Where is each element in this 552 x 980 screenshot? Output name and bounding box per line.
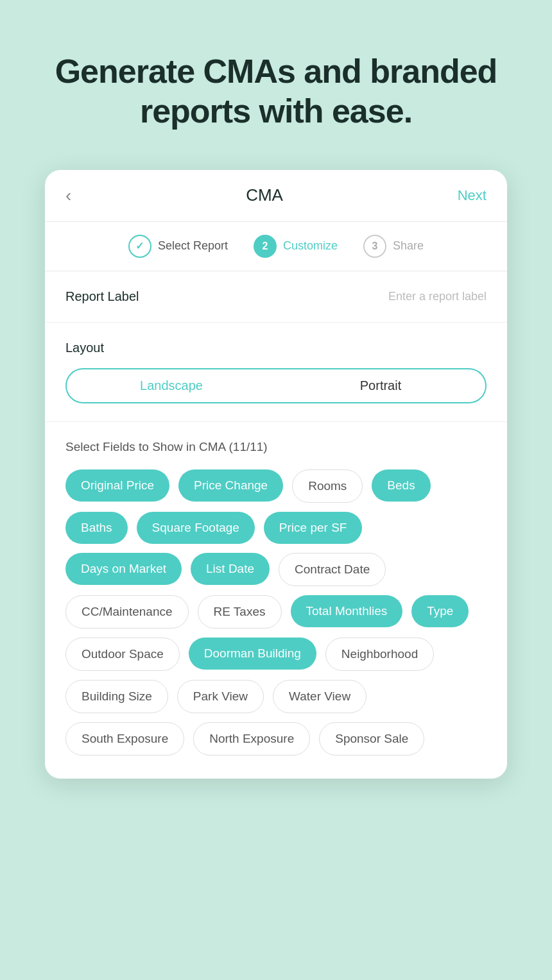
field-tag-south-exposure[interactable]: South Exposure (65, 722, 184, 756)
fields-title: Select Fields to Show in CMA (11/11) (65, 440, 487, 454)
step-3-circle: 3 (363, 235, 386, 258)
layout-landscape[interactable]: Landscape (67, 369, 276, 402)
next-button[interactable]: Next (458, 187, 487, 204)
steps-bar: ✓ Select Report 2 Customize 3 Share (45, 222, 507, 271)
card-header: ‹ CMA Next (45, 170, 507, 222)
back-button[interactable]: ‹ (65, 185, 71, 206)
field-tag-original-price[interactable]: Original Price (65, 469, 169, 502)
field-tag-re-taxes[interactable]: RE Taxes (198, 595, 282, 629)
field-tag-park-view[interactable]: Park View (177, 680, 264, 713)
field-tag-baths[interactable]: Baths (65, 512, 128, 544)
field-tag-contract-date[interactable]: Contract Date (279, 553, 386, 586)
field-tag-price-per-sf[interactable]: Price per SF (264, 512, 363, 544)
field-tag-outdoor-space[interactable]: Outdoor Space (65, 638, 180, 671)
step-select-report[interactable]: ✓ Select Report (128, 235, 228, 258)
report-label-section: Report Label Enter a report label (45, 271, 507, 323)
field-tag-square-footage[interactable]: Square Footage (137, 512, 255, 544)
field-tag-days-on-market[interactable]: Days on Market (65, 553, 182, 585)
field-tag-rooms[interactable]: Rooms (292, 469, 363, 503)
step-share[interactable]: 3 Share (363, 235, 424, 258)
field-tag-beds[interactable]: Beds (372, 469, 430, 502)
field-tag-doorman-building[interactable]: Doorman Building (189, 638, 316, 670)
field-tag-neighborhood[interactable]: Neighborhood (325, 638, 434, 671)
step-1-label: Select Report (158, 239, 228, 253)
field-tag-type[interactable]: Type (411, 595, 469, 627)
step-2-circle: 2 (254, 235, 277, 258)
report-label-text: Report Label (65, 289, 139, 304)
field-tag-total-monthlies[interactable]: Total Monthlies (291, 595, 403, 627)
layout-toggle: Landscape Portrait (65, 368, 487, 403)
fields-grid: Original PricePrice ChangeRoomsBedsBaths… (65, 469, 487, 756)
page-title: CMA (246, 185, 283, 205)
field-tag-price-change[interactable]: Price Change (178, 469, 283, 502)
step-2-label: Customize (283, 239, 338, 253)
step-3-label: Share (393, 239, 424, 253)
hero-text: Generate CMAs and branded reports with e… (0, 0, 552, 170)
cma-card: ‹ CMA Next ✓ Select Report 2 Customize 3… (45, 170, 507, 779)
layout-portrait[interactable]: Portrait (276, 369, 485, 402)
report-label-input[interactable]: Enter a report label (388, 290, 487, 303)
field-tag-north-exposure[interactable]: North Exposure (193, 722, 310, 756)
layout-title: Layout (65, 341, 487, 355)
field-tag-sponsor-sale[interactable]: Sponsor Sale (319, 722, 424, 756)
field-tag-cc/maintenance[interactable]: CC/Maintenance (65, 595, 189, 629)
field-tag-building-size[interactable]: Building Size (65, 680, 168, 713)
field-tag-water-view[interactable]: Water View (273, 680, 367, 713)
step-customize[interactable]: 2 Customize (254, 235, 338, 258)
fields-section: Select Fields to Show in CMA (11/11) Ori… (45, 422, 507, 779)
field-tag-list-date[interactable]: List Date (191, 553, 270, 585)
step-1-circle: ✓ (128, 235, 151, 258)
layout-section: Layout Landscape Portrait (45, 323, 507, 422)
